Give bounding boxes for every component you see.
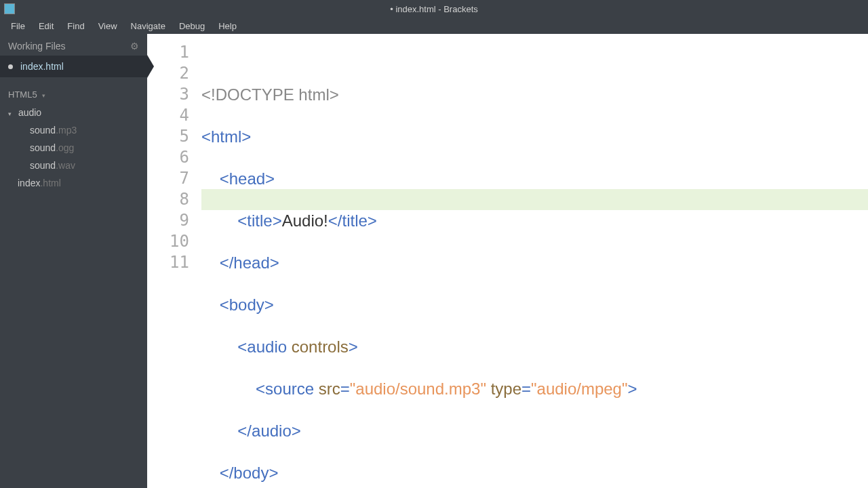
tok: < xyxy=(201,127,211,146)
tok: controls xyxy=(292,338,349,356)
tok: > xyxy=(270,253,279,272)
tree-file[interactable]: sound.mp3 xyxy=(0,121,147,139)
filetype-label: HTML5 xyxy=(8,89,37,100)
filetype-dropdown[interactable]: HTML5 xyxy=(0,77,147,104)
gutter: 1 2 3 4 5 6 7 8 9 10 11 xyxy=(147,34,201,488)
tok: </ xyxy=(220,464,234,482)
line-number: 5 xyxy=(147,126,201,147)
working-files-header: Working Files ⚙ xyxy=(0,34,147,56)
file-base: sound xyxy=(30,160,56,171)
tok: audio xyxy=(252,422,292,440)
menu-navigate[interactable]: Navigate xyxy=(124,19,172,33)
code-area[interactable]: <!DOCTYPE html> <html> <head> <title>Aud… xyxy=(201,34,868,488)
working-file-name: index.html xyxy=(20,61,64,72)
menu-file[interactable]: File xyxy=(4,19,32,33)
line-number: 2 xyxy=(147,63,201,84)
menu-edit[interactable]: Edit xyxy=(32,19,60,33)
tok: type xyxy=(491,380,521,398)
menu-view[interactable]: View xyxy=(92,19,124,33)
tok: > xyxy=(264,296,274,314)
tree-file[interactable]: sound.ogg xyxy=(0,139,147,157)
tok: > xyxy=(273,211,282,230)
tok: < xyxy=(220,169,229,188)
line-number: 6 xyxy=(147,147,201,168)
tok: "audio/mpeg" xyxy=(531,380,627,398)
tok: head xyxy=(229,169,265,188)
menu-debug[interactable]: Debug xyxy=(172,19,212,33)
file-ext: .mp3 xyxy=(56,125,77,136)
tree-file-index[interactable]: index.html xyxy=(0,174,147,192)
tok: title xyxy=(342,211,367,230)
tok: </ xyxy=(237,422,252,440)
folder-label: audio xyxy=(18,107,41,118)
menubar: File Edit Find View Navigate Debug Help xyxy=(0,18,868,34)
sidebar: Working Files ⚙ index.html HTML5 audio s… xyxy=(0,34,147,488)
line-number: 1 xyxy=(147,42,201,63)
tok-doctype: <!DOCTYPE html> xyxy=(201,85,339,104)
file-base: index xyxy=(18,178,40,188)
tok: </ xyxy=(328,211,342,230)
tok: < xyxy=(237,338,247,356)
working-files-label: Working Files xyxy=(8,41,66,52)
window-title: • index.html - Brackets xyxy=(390,4,478,14)
tok: title xyxy=(247,211,272,230)
file-base: sound xyxy=(30,142,56,153)
tok: = xyxy=(521,380,531,398)
gear-icon[interactable]: ⚙ xyxy=(130,41,139,52)
tok: < xyxy=(220,296,229,314)
tok: > xyxy=(269,464,278,482)
app-icon xyxy=(4,3,15,14)
line-number: 9 xyxy=(147,210,201,231)
active-file-arrow-icon xyxy=(147,55,154,78)
file-ext: .wav xyxy=(56,160,75,171)
tok: html xyxy=(211,127,241,146)
line-number: 7 xyxy=(147,168,201,189)
tok: > xyxy=(368,211,377,230)
file-ext: .html xyxy=(40,178,60,188)
tok: body xyxy=(233,464,269,482)
tok: > xyxy=(349,338,358,356)
tok: > xyxy=(292,422,301,440)
working-file-item[interactable]: index.html xyxy=(0,56,147,77)
tok: < xyxy=(256,380,265,398)
tok: < xyxy=(237,211,247,230)
tree-file[interactable]: sound.wav xyxy=(0,157,147,174)
tree-folder-audio[interactable]: audio xyxy=(0,104,147,121)
tok: = xyxy=(340,380,350,398)
tok: Audio! xyxy=(282,211,328,230)
main-area: Working Files ⚙ index.html HTML5 audio s… xyxy=(0,34,868,488)
tok: > xyxy=(627,380,637,398)
active-line-highlight xyxy=(201,189,868,210)
tok: source xyxy=(265,380,314,398)
editor[interactable]: 1 2 3 4 5 6 7 8 9 10 11 <!DOCTYPE html> … xyxy=(147,34,868,488)
line-number: 10 xyxy=(147,231,201,252)
line-number: 4 xyxy=(147,105,201,126)
titlebar: • index.html - Brackets xyxy=(0,0,868,18)
tok: body xyxy=(229,296,264,314)
file-base: sound xyxy=(30,125,56,136)
tok: > xyxy=(265,169,275,188)
menu-find[interactable]: Find xyxy=(60,19,91,33)
line-number: 8 xyxy=(147,189,201,210)
tok: > xyxy=(241,127,251,146)
tok: </ xyxy=(220,253,234,272)
tok: audio xyxy=(247,338,287,356)
line-number: 11 xyxy=(147,252,201,273)
line-number: 3 xyxy=(147,84,201,105)
tok: head xyxy=(233,253,269,272)
file-ext: .ogg xyxy=(56,142,74,153)
menu-help[interactable]: Help xyxy=(212,19,243,33)
dirty-dot-icon xyxy=(8,64,13,69)
tok: src xyxy=(319,380,340,398)
tok: "audio/sound.mp3" xyxy=(350,380,486,398)
file-tree: audio sound.mp3 sound.ogg sound.wav inde… xyxy=(0,104,147,192)
